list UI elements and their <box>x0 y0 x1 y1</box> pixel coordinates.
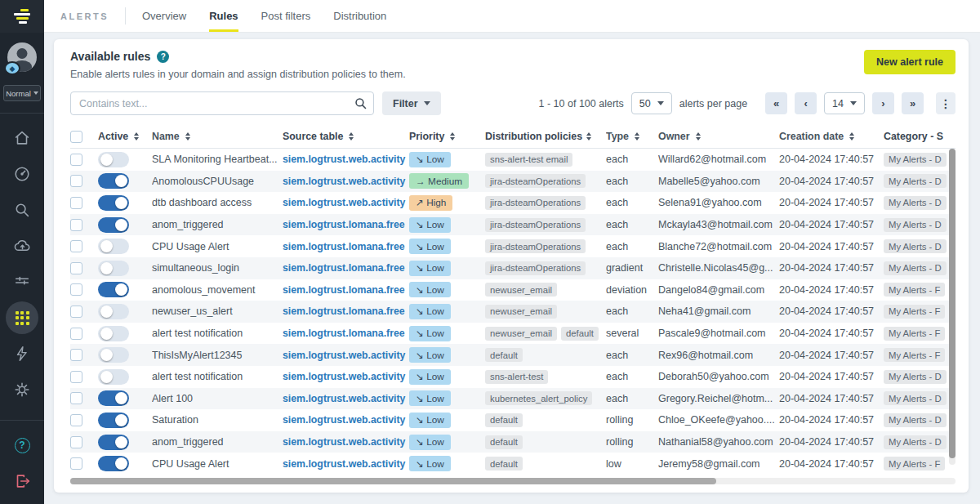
sidebar-item-data-upload[interactable] <box>6 230 38 262</box>
table-row[interactable]: AnomolousCPUUsagesiem.logtrust.web.activ… <box>70 171 956 193</box>
row-checkbox[interactable] <box>70 371 82 383</box>
active-toggle[interactable] <box>98 261 129 276</box>
source-table-link[interactable]: siem.logtrust.lomana.free <box>283 262 405 274</box>
sidebar-item-triggers[interactable] <box>6 337 38 370</box>
table-row[interactable]: newuser_us_alertsiem.logtrust.lomana.fre… <box>70 301 956 323</box>
select-all-checkbox[interactable] <box>70 131 82 143</box>
source-table-link[interactable]: siem.logtrust.web.activity <box>283 458 405 470</box>
source-table-link[interactable]: siem.logtrust.web.activity <box>283 371 405 382</box>
table-row[interactable]: anomolous_movementsiem.logtrust.lomana.f… <box>70 279 956 301</box>
source-table-link[interactable]: siem.logtrust.lomana.free <box>283 241 405 252</box>
table-row[interactable]: CPU Usage Alertsiem.logtrust.web.activit… <box>70 453 956 475</box>
vertical-scrollbar-thumb[interactable] <box>949 149 956 458</box>
table-row[interactable]: Saturationsiem.logtrust.web.activity↘ Lo… <box>70 409 956 431</box>
table-row[interactable]: alert test notificationsiem.logtrust.web… <box>70 366 956 388</box>
tab-post-filters[interactable]: Post filters <box>261 0 311 32</box>
active-toggle[interactable] <box>98 435 129 450</box>
row-checkbox[interactable] <box>70 175 82 187</box>
sidebar-item-apps-grid[interactable] <box>6 301 38 334</box>
table-row[interactable]: alert test notificationsiem.logtrust.lom… <box>70 323 956 345</box>
row-checkbox[interactable] <box>70 414 82 426</box>
row-checkbox[interactable] <box>70 262 82 274</box>
page-number-select[interactable]: 14 <box>824 92 865 114</box>
sort-icon[interactable] <box>849 132 854 140</box>
mode-select[interactable]: Normal <box>3 85 41 101</box>
row-checkbox[interactable] <box>70 240 82 252</box>
source-table-link[interactable]: siem.logtrust.web.activity <box>283 176 405 187</box>
sort-icon[interactable] <box>134 132 139 140</box>
active-toggle[interactable] <box>98 304 129 319</box>
source-table-link[interactable]: siem.logtrust.web.activity <box>283 154 405 165</box>
source-table-link[interactable]: siem.logtrust.lomana.free <box>283 219 405 230</box>
table-row[interactable]: Alert 100siem.logtrust.web.activity↘ Low… <box>70 388 956 410</box>
active-toggle[interactable] <box>98 239 129 254</box>
tab-overview[interactable]: Overview <box>142 0 186 32</box>
sidebar-item-help[interactable]: ? <box>6 429 38 462</box>
row-checkbox[interactable] <box>70 154 82 166</box>
source-table-link[interactable]: siem.logtrust.lomana.free <box>283 328 405 339</box>
active-toggle[interactable] <box>98 195 129 211</box>
active-toggle[interactable] <box>98 282 129 297</box>
first-page-button[interactable]: « <box>765 92 787 114</box>
sort-icon[interactable] <box>349 132 354 140</box>
sidebar-item-home[interactable] <box>6 122 38 154</box>
new-alert-rule-button[interactable]: New alert rule <box>864 50 956 74</box>
last-page-button[interactable]: » <box>902 92 924 114</box>
sidebar-item-filters[interactable] <box>6 265 38 298</box>
table-row[interactable]: dtb dashboard accesssiem.logtrust.web.ac… <box>70 192 956 214</box>
row-checkbox[interactable] <box>70 328 82 340</box>
row-checkbox[interactable] <box>70 392 82 404</box>
row-checkbox[interactable] <box>70 197 82 209</box>
source-table-link[interactable]: siem.logtrust.web.activity <box>283 436 405 448</box>
table-options-button[interactable]: ⋮ <box>936 92 956 114</box>
source-table-link[interactable]: siem.logtrust.web.activity <box>283 414 405 426</box>
info-icon[interactable]: ? <box>157 51 169 63</box>
devo-logo[interactable] <box>0 0 44 33</box>
tab-distribution[interactable]: Distribution <box>333 0 386 32</box>
sort-icon[interactable] <box>185 132 190 140</box>
sidebar-item-search[interactable] <box>6 194 38 226</box>
filter-button[interactable]: Filter <box>382 91 441 115</box>
table-row[interactable]: CPU Usage Alertsiem.logtrust.lomana.free… <box>70 235 956 257</box>
sort-icon[interactable] <box>635 132 639 140</box>
table-row[interactable]: anom_triggeredsiem.logtrust.lomana.free↘… <box>70 214 956 236</box>
sort-icon[interactable] <box>450 132 455 140</box>
search-input[interactable] <box>70 91 374 115</box>
row-checkbox[interactable] <box>70 219 82 231</box>
active-toggle[interactable] <box>98 456 129 471</box>
active-toggle[interactable] <box>98 347 129 363</box>
table-row[interactable]: anom_triggeredsiem.logtrust.web.activity… <box>70 431 956 453</box>
row-checkbox[interactable] <box>70 306 82 318</box>
active-toggle[interactable] <box>98 390 129 406</box>
avatar[interactable]: ◆ <box>7 42 37 72</box>
search-button[interactable] <box>350 94 371 113</box>
sort-icon[interactable] <box>586 132 591 140</box>
source-table-link[interactable]: siem.logtrust.lomana.free <box>283 306 405 317</box>
row-checkbox[interactable] <box>70 349 82 361</box>
row-checkbox[interactable] <box>70 436 82 448</box>
table-row[interactable]: SLA Monitoring Heartbeat...siem.logtrust… <box>70 149 956 171</box>
next-page-button[interactable]: › <box>872 92 894 114</box>
page-size-select[interactable]: 50 <box>631 92 672 114</box>
source-table-link[interactable]: siem.logtrust.web.activity <box>283 197 405 208</box>
active-toggle[interactable] <box>98 152 129 167</box>
active-toggle[interactable] <box>98 173 129 189</box>
active-toggle[interactable] <box>98 369 129 385</box>
source-table-link[interactable]: siem.logtrust.web.activity <box>283 393 405 404</box>
sidebar-item-logout[interactable] <box>6 465 38 497</box>
table-row[interactable]: simultaneous_loginsiem.logtrust.lomana.f… <box>70 257 956 279</box>
row-checkbox[interactable] <box>70 457 82 470</box>
active-toggle[interactable] <box>98 413 129 428</box>
active-toggle[interactable] <box>98 326 129 341</box>
sidebar-item-dashboards[interactable] <box>6 158 38 190</box>
row-checkbox[interactable] <box>70 283 82 296</box>
sort-icon[interactable] <box>696 132 701 140</box>
active-toggle[interactable] <box>98 217 129 233</box>
source-table-link[interactable]: siem.logtrust.lomana.free <box>283 284 405 296</box>
source-table-link[interactable]: siem.logtrust.web.activity <box>283 350 405 361</box>
sidebar-item-settings[interactable] <box>6 373 38 406</box>
horizontal-scrollbar-thumb[interactable] <box>70 478 716 484</box>
table-row[interactable]: ThisIsMyAlert12345siem.logtrust.web.acti… <box>70 344 956 366</box>
tab-rules[interactable]: Rules <box>209 0 238 32</box>
prev-page-button[interactable]: ‹ <box>795 92 817 114</box>
